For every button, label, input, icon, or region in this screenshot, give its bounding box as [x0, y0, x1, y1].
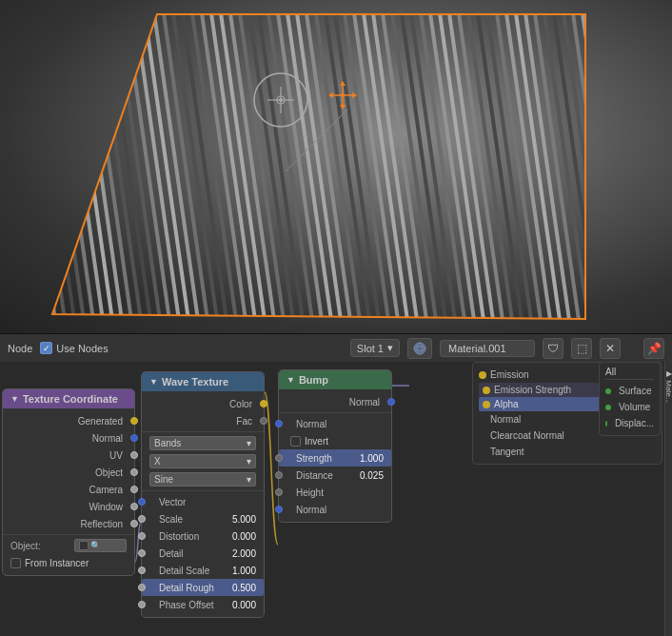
emission-dot — [479, 371, 486, 379]
wt-bands-label: Bands — [154, 438, 181, 448]
wt-detailrough-socket[interactable] — [138, 584, 146, 591]
wt-detail-socket[interactable] — [138, 549, 146, 557]
tc-instancer-checkbox[interactable] — [10, 558, 21, 568]
tangent-row: Tangent — [479, 444, 656, 460]
bump-invert-checkbox[interactable] — [290, 436, 301, 447]
viewport-3d[interactable] — [0, 0, 672, 333]
tc-generated-socket[interactable] — [130, 417, 138, 425]
normal-label: Normal — [479, 414, 521, 425]
tc-window-socket[interactable] — [130, 503, 138, 510]
svg-marker-0 — [52, 14, 585, 319]
wt-sine-dropdown[interactable]: Sine ▾ — [149, 472, 256, 487]
bump-height-socket[interactable] — [275, 488, 283, 496]
bump-normal-in-socket-top[interactable] — [275, 420, 283, 427]
wt-detailscale-socket[interactable] — [138, 566, 146, 574]
wt-color-label: Color — [149, 399, 256, 409]
wt-x-arrow: ▾ — [247, 456, 251, 467]
svg-line-13 — [286, 109, 347, 171]
wt-x-dropdown[interactable]: X ▾ — [149, 454, 256, 468]
wt-vector-row: Vector — [142, 493, 264, 510]
wt-detailscale-row: Detail Scale 1.000 — [142, 562, 264, 579]
tc-object-field[interactable]: 🔍 — [74, 539, 127, 552]
bump-distance-socket[interactable] — [275, 471, 283, 479]
wt-detailscale-value[interactable]: 1.000 — [227, 566, 256, 576]
slot-dropdown[interactable]: Slot 1 ▾ — [350, 339, 400, 357]
bump-normal-in-socket-bottom[interactable] — [275, 506, 283, 513]
bump-normal-in-label-top: Normal — [287, 419, 384, 429]
wt-bands-dropdown[interactable]: Bands ▾ — [149, 436, 256, 450]
slot-label: Slot 1 — [357, 343, 384, 354]
wt-color-socket[interactable] — [260, 400, 267, 407]
texture-coordinate-header[interactable]: ▼ Texture Coordinate — [3, 389, 134, 408]
tc-reflection-row: Reflection — [3, 515, 134, 532]
bump-invert-row[interactable]: Invert — [279, 432, 391, 449]
svg-point-12 — [341, 93, 345, 97]
mo-displacement-dot — [605, 421, 607, 427]
material-name-field[interactable]: Material.001 — [440, 340, 535, 357]
bump-strength-socket[interactable] — [275, 454, 283, 462]
tc-object-field-label: Object: — [10, 541, 41, 551]
close-icon-btn[interactable]: ✕ — [600, 338, 621, 359]
checkbox-icon: ✓ — [40, 342, 52, 354]
wave-texture-header[interactable]: ▼ Wave Texture — [142, 372, 264, 391]
obj-eyedropper-icon[interactable]: 🔍 — [90, 541, 101, 550]
tc-object-label: Object — [10, 467, 127, 478]
sphere-icon — [413, 342, 426, 355]
tc-from-instancer-row[interactable]: From Instancer — [3, 554, 134, 571]
mo-volume-label: Volume — [615, 402, 650, 412]
mo-surface-dot — [605, 388, 611, 394]
tc-reflection-label: Reflection — [10, 519, 127, 529]
tc-normal-socket[interactable] — [130, 434, 138, 442]
svg-point-5 — [279, 98, 283, 102]
wt-x-row: X ▾ — [142, 452, 264, 470]
use-nodes-checkbox[interactable]: ✓ Use Nodes — [40, 342, 108, 354]
tc-normal-row: Normal — [3, 429, 134, 447]
tc-generated-label: Generated — [10, 416, 127, 427]
node-label: Node — [8, 343, 32, 354]
svg-marker-9 — [340, 105, 346, 109]
wt-scale-row: Scale 5.000 — [142, 510, 264, 527]
header-bar: Node ✓ Use Nodes Slot 1 ▾ Material.001 🛡… — [0, 333, 672, 362]
wt-detail-value[interactable]: 2.000 — [227, 548, 256, 559]
material-output-panel-stub: ▶ Mate... — [664, 362, 672, 636]
wave-texture-title: Wave Texture — [162, 376, 228, 388]
wt-scale-socket[interactable] — [138, 515, 146, 523]
sphere-icon-btn[interactable] — [407, 338, 432, 359]
pin-icon-btn[interactable]: 📌 — [643, 338, 664, 359]
tc-uv-label: UV — [10, 450, 127, 461]
tc-from-instancer-label: From Instancer — [25, 558, 89, 568]
wt-distortion-value[interactable]: 0.000 — [227, 531, 256, 542]
wt-fac-row: Fac — [142, 412, 264, 429]
bump-distance-row: Distance 0.025 — [279, 467, 391, 484]
wt-scale-value[interactable]: 5.000 — [227, 514, 256, 525]
wt-detailrough-value[interactable]: 0.500 — [227, 583, 256, 593]
bump-header[interactable]: ▼ Bump — [279, 370, 391, 389]
material-output-right-header: All — [605, 367, 654, 380]
mo-displacement-label: Displac... — [611, 418, 654, 428]
wt-scale-label: Scale — [149, 514, 227, 525]
tc-camera-socket[interactable] — [130, 486, 138, 493]
clearcoat-normal-label: Clearcoat Normal — [479, 430, 564, 441]
wt-bands-row: Bands ▾ — [142, 434, 264, 452]
material-output-right: All Surface Volume Displac... — [599, 362, 661, 436]
wt-detailscale-label: Detail Scale — [149, 566, 227, 576]
material-name: Material.001 — [448, 343, 506, 354]
wt-vector-socket[interactable] — [138, 498, 146, 506]
wt-phaseoffset-value[interactable]: 0.000 — [227, 600, 256, 610]
bump-distance-value[interactable]: 0.025 — [355, 470, 384, 481]
bump-strength-label: Strength — [287, 453, 355, 464]
bump-strength-value[interactable]: 1.000 — [355, 453, 384, 464]
tc-uv-socket[interactable] — [130, 451, 138, 459]
bump-normal-out-socket[interactable] — [387, 398, 395, 406]
wt-distortion-socket[interactable] — [138, 532, 146, 540]
tc-normal-label: Normal — [10, 433, 127, 444]
tc-object-socket[interactable] — [130, 468, 138, 476]
mo-volume-row: Volume — [605, 399, 654, 415]
wt-phaseoffset-socket[interactable] — [138, 601, 146, 608]
shield-icon-btn[interactable]: 🛡 — [543, 338, 563, 359]
tc-reflection-socket[interactable] — [130, 520, 138, 527]
wave-texture-node: ▼ Wave Texture Color Fac Bands — [141, 371, 265, 618]
copy-icon-btn[interactable]: ⬚ — [571, 338, 592, 359]
viewport-overlay — [0, 0, 672, 333]
wt-fac-socket[interactable] — [260, 417, 267, 425]
